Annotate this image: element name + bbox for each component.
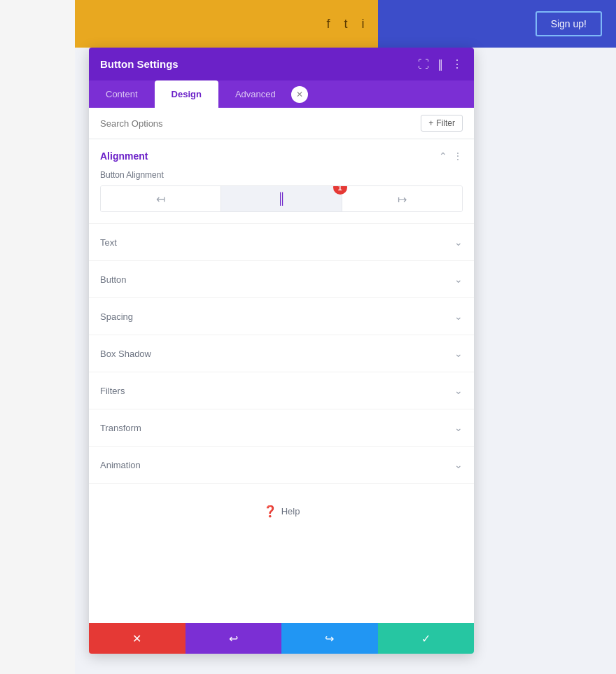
columns-icon[interactable]: ‖ (438, 57, 443, 71)
spacing-chevron-icon: ⌄ (454, 311, 463, 322)
search-bar: + Filter (89, 108, 474, 139)
modal-header: Button Settings ⛶ ‖ ⋮ (89, 48, 474, 80)
help-section: ❓ Help (89, 483, 474, 539)
text-chevron-icon: ⌄ (454, 237, 463, 248)
box-shadow-section-header[interactable]: Box Shadow ⌄ (100, 335, 463, 372)
transform-chevron-icon: ⌄ (454, 422, 463, 433)
filters-chevron-icon: ⌄ (454, 385, 463, 396)
redo-icon: ↪ (325, 632, 334, 645)
modal-header-icons: ⛶ ‖ ⋮ (418, 57, 463, 71)
box-shadow-chevron-icon: ⌄ (454, 348, 463, 359)
plus-icon: + (428, 118, 433, 128)
alignment-section: Alignment ⌃ ⋮ Button Alignment ↤ ║ 1 ↦ (89, 139, 474, 223)
spacing-section-title: Spacing (100, 311, 133, 322)
alignment-more-icon[interactable]: ⋮ (453, 150, 463, 162)
undo-icon: ↩ (229, 632, 238, 645)
spacer (89, 539, 474, 623)
tabs-bar: Content Design Advanced ✕ (89, 80, 474, 108)
button-section-header[interactable]: Button ⌄ (100, 261, 463, 297)
animation-section-title: Animation (100, 460, 141, 470)
align-center-icon: ║ (277, 192, 285, 205)
text-section: Text ⌄ (89, 223, 474, 260)
cancel-button[interactable]: ✕ (89, 623, 186, 654)
twitter-icon[interactable]: t (344, 17, 348, 31)
tab-advanced[interactable]: Advanced ✕ (218, 80, 293, 108)
close-icon[interactable]: ✕ (291, 86, 308, 103)
align-left-icon: ↤ (156, 192, 165, 206)
modal-panel: Button Settings ⛶ ‖ ⋮ Content Design Adv… (89, 48, 474, 654)
save-button[interactable]: ✓ (378, 623, 475, 654)
align-center-option[interactable]: ║ 1 (221, 186, 342, 211)
spacing-section-header[interactable]: Spacing ⌄ (100, 298, 463, 335)
text-section-header[interactable]: Text ⌄ (100, 224, 463, 260)
filters-section-header[interactable]: Filters ⌄ (100, 372, 463, 409)
transform-section-header[interactable]: Transform ⌄ (100, 409, 463, 446)
footer-buttons: ✕ ↩ ↪ ✓ (89, 623, 474, 654)
undo-button[interactable]: ↩ (186, 623, 282, 654)
save-icon: ✓ (421, 632, 430, 645)
modal-title: Button Settings (100, 58, 178, 70)
transform-section: Transform ⌄ (89, 409, 474, 446)
alignment-label: Button Alignment (100, 170, 463, 180)
transform-section-title: Transform (100, 423, 141, 433)
tab-content[interactable]: Content (89, 80, 155, 108)
animation-section: Animation ⌄ (89, 446, 474, 483)
alignment-options: ↤ ║ 1 ↦ (100, 185, 463, 212)
collapse-icon[interactable]: ⌃ (439, 150, 447, 162)
animation-section-header[interactable]: Animation ⌄ (100, 447, 463, 483)
box-shadow-section: Box Shadow ⌄ (89, 335, 474, 372)
text-section-title: Text (100, 237, 117, 248)
alignment-section-controls: ⌃ ⋮ (439, 150, 463, 162)
redo-button[interactable]: ↪ (281, 623, 378, 654)
button-section: Button ⌄ (89, 260, 474, 297)
panel-content: Alignment ⌃ ⋮ Button Alignment ↤ ║ 1 ↦ (89, 139, 474, 623)
left-sidebar (0, 0, 75, 674)
button-chevron-icon: ⌄ (454, 274, 463, 285)
filters-section-title: Filters (100, 386, 125, 396)
alignment-section-title: Alignment (100, 150, 148, 162)
filters-section: Filters ⌄ (89, 372, 474, 409)
align-right-icon: ↦ (398, 192, 407, 206)
spacing-section: Spacing ⌄ (89, 297, 474, 335)
alignment-section-header: Alignment ⌃ ⋮ (100, 150, 463, 162)
help-link[interactable]: ❓ Help (263, 505, 300, 518)
filter-button[interactable]: + Filter (421, 115, 463, 132)
facebook-icon[interactable]: f (326, 17, 330, 31)
instagram-icon[interactable]: i (362, 17, 365, 31)
animation-chevron-icon: ⌄ (454, 459, 463, 470)
help-label: Help (281, 506, 300, 517)
search-input[interactable] (100, 118, 421, 129)
focus-icon[interactable]: ⛶ (418, 58, 429, 71)
tab-design[interactable]: Design (155, 80, 218, 108)
help-icon: ❓ (263, 505, 277, 518)
more-options-icon[interactable]: ⋮ (451, 57, 463, 71)
align-right-option[interactable]: ↦ (342, 186, 462, 211)
button-section-title: Button (100, 274, 127, 285)
sign-up-button[interactable]: Sign up! (536, 11, 602, 36)
cancel-icon: ✕ (132, 632, 141, 645)
align-left-option[interactable]: ↤ (101, 186, 221, 211)
box-shadow-section-title: Box Shadow (100, 349, 151, 359)
social-icons-group: f t i (326, 17, 364, 31)
top-header-blue: Sign up! (378, 0, 616, 48)
